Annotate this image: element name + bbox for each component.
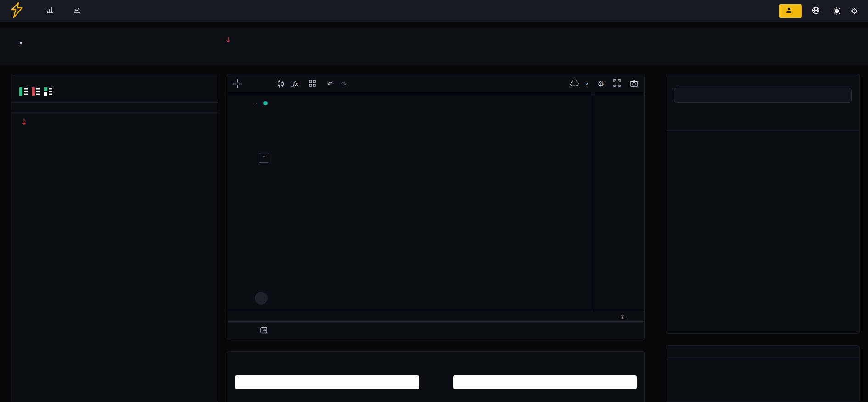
nav-exchange[interactable] <box>47 7 56 15</box>
timezone-sun-icon[interactable]: ☼ <box>619 313 625 321</box>
bar-chart-icon <box>47 7 53 15</box>
price-axis[interactable] <box>594 94 646 311</box>
chart-settings-gear-icon[interactable]: ⚙ <box>598 79 604 88</box>
templates-button[interactable] <box>309 80 319 88</box>
drawing-toolbar <box>227 94 247 310</box>
chevron-down-icon: ∨ <box>585 81 588 86</box>
order-book-last-price: ↓ <box>11 113 218 131</box>
view-buy-icon[interactable] <box>44 87 52 97</box>
person-icon <box>786 7 792 15</box>
chart-panel: ƒx ↶ ↷ ∨ ⚙ <box>227 74 645 340</box>
buy-column <box>235 371 419 389</box>
fx-icon: ƒx <box>292 80 298 87</box>
price-down-arrow-icon: ↓ <box>21 118 27 126</box>
order-form-panel <box>227 351 645 402</box>
order-book-buy-rows <box>11 103 218 106</box>
order-form-tabs <box>227 352 644 360</box>
save-button[interactable]: ∨ <box>570 80 588 88</box>
market-trades-title <box>666 346 859 359</box>
indicators-button[interactable]: ƒx <box>292 80 301 87</box>
sell-column <box>453 371 637 389</box>
chart-toolbar: ƒx ↶ ↷ ∨ ⚙ <box>227 74 644 94</box>
search-input[interactable] <box>674 88 852 103</box>
coin-list-panel <box>666 74 860 334</box>
view-sell-icon[interactable] <box>32 87 40 97</box>
candlestick-chart <box>247 94 594 311</box>
go-to-date-icon[interactable] <box>260 326 268 335</box>
chart-legend: · <box>252 100 486 109</box>
cloud-icon <box>570 80 579 88</box>
chevron-down-icon: ▾ <box>20 40 22 45</box>
tradingview-logo[interactable] <box>255 292 268 305</box>
brand-lightning-icon <box>10 2 24 19</box>
theme-toggle-sun-icon[interactable] <box>833 7 841 15</box>
undo-icon[interactable]: ↶ <box>327 80 333 88</box>
order-book-title <box>11 74 218 81</box>
market-trades-headers <box>666 359 859 378</box>
nav-markets[interactable] <box>74 7 84 15</box>
crosshair-icon[interactable] <box>233 79 242 89</box>
coin-list-headers <box>666 103 859 131</box>
pane-collapse-button[interactable]: ˆ <box>259 153 269 163</box>
chart-plot-area[interactable]: · ˆ <box>247 94 594 311</box>
buy-total-input[interactable] <box>235 375 419 389</box>
order-book-column-headers <box>11 131 218 136</box>
sell-total-input[interactable] <box>453 375 637 389</box>
last-price-block: ↓ <box>225 34 231 46</box>
pair-selector[interactable]: ▾ <box>17 40 22 45</box>
main-nav <box>47 7 84 15</box>
status-dot-icon <box>263 101 268 105</box>
grid-icon <box>309 80 316 88</box>
camera-icon[interactable] <box>630 80 638 88</box>
view-both-icon[interactable] <box>19 87 28 97</box>
signup-button[interactable] <box>779 4 802 18</box>
brand-logo[interactable] <box>10 2 28 19</box>
line-chart-icon <box>74 7 80 15</box>
top-nav: ⚙ <box>0 0 868 22</box>
chart-bottom-bar <box>227 321 644 340</box>
order-book-panel: ↓ <box>11 74 218 402</box>
fullscreen-icon[interactable] <box>613 79 621 88</box>
market-trades-panel <box>666 345 860 402</box>
price-down-arrow-icon: ↓ <box>225 35 231 44</box>
redo-icon[interactable]: ↷ <box>341 80 347 88</box>
candle-style-icon[interactable] <box>277 80 284 88</box>
globe-icon <box>812 6 820 16</box>
language-switcher[interactable] <box>812 6 823 16</box>
market-ticker-bar: ▾ ↓ <box>0 28 868 65</box>
order-book-view-toggles <box>11 81 218 102</box>
settings-gear-icon[interactable]: ⚙ <box>851 6 858 16</box>
